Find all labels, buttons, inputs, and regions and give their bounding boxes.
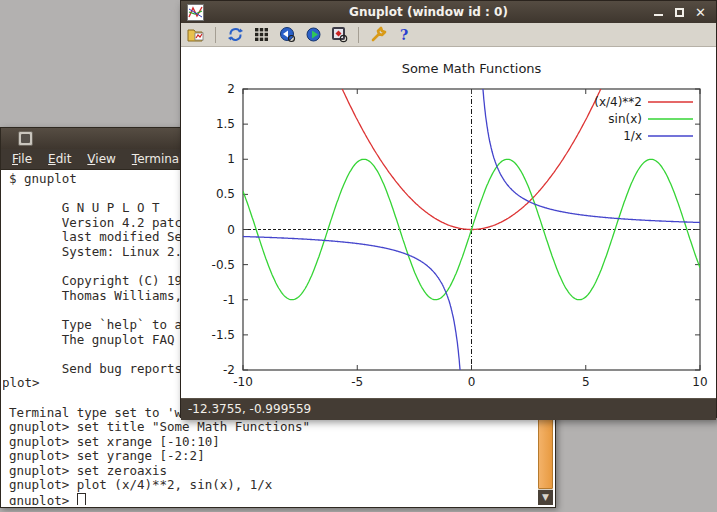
scrollbar-down-arrow-icon[interactable]: ▼ <box>538 490 553 505</box>
svg-text:-10: -10 <box>233 375 253 389</box>
terminal-line: gnuplot> set yrange [-2:2] <box>9 449 538 464</box>
svg-text:0.5: 0.5 <box>216 187 235 201</box>
terminal-line: gnuplot> <box>9 493 538 505</box>
gnuplot-window[interactable]: Gnuplot (window id : 0) ✕ <box>180 0 717 418</box>
gnuplot-titlebar[interactable]: Gnuplot (window id : 0) ✕ <box>181 1 716 23</box>
terminal-line: gnuplot> set xrange [-10:10] <box>9 435 538 450</box>
svg-text:-0.5: -0.5 <box>212 258 235 272</box>
gnuplot-statusbar: -12.3755, -0.999559 <box>181 398 716 420</box>
plot-canvas[interactable]: Some Math Functions-10-50510-2-1.5-1-0.5… <box>181 47 716 398</box>
cursor-coordinates: -12.3755, -0.999559 <box>188 402 311 416</box>
svg-text:-5: -5 <box>351 375 363 389</box>
replot-icon[interactable] <box>225 25 245 44</box>
terminal-line: gnuplot> set title "Some Math Functions" <box>9 420 538 435</box>
svg-text:5: 5 <box>582 375 590 389</box>
svg-text:10: 10 <box>692 375 707 389</box>
menu-item-file[interactable]: File <box>5 150 39 168</box>
gnuplot-app-icon <box>187 4 204 21</box>
svg-text:-2: -2 <box>223 363 235 377</box>
terminal-app-icon <box>18 131 33 146</box>
svg-text:(x/4)**2: (x/4)**2 <box>594 95 642 109</box>
help-icon[interactable]: ? <box>394 25 414 44</box>
configure-icon[interactable] <box>368 25 388 44</box>
zoom-next-icon[interactable] <box>303 25 323 44</box>
menu-item-view[interactable]: View <box>80 150 122 168</box>
minimize-button[interactable] <box>653 7 664 18</box>
gnuplot-toolbar: ? <box>181 23 716 47</box>
close-button[interactable]: ✕ <box>695 7 706 18</box>
terminal-line: gnuplot> set zeroaxis <box>9 464 538 479</box>
svg-text:1/x: 1/x <box>623 129 642 143</box>
terminal-line: gnuplot> plot (x/4)**2, sin(x), 1/x <box>9 478 538 493</box>
svg-text:-1.5: -1.5 <box>212 328 235 342</box>
window-title: Gnuplot (window id : 0) <box>204 5 653 19</box>
svg-text:?: ? <box>400 27 408 43</box>
svg-text:0: 0 <box>227 223 235 237</box>
svg-text:2: 2 <box>227 82 235 96</box>
autoscale-icon[interactable] <box>329 25 349 44</box>
toolbar-separator <box>358 27 359 43</box>
svg-text:Some Math Functions: Some Math Functions <box>402 61 542 76</box>
svg-text:1.5: 1.5 <box>216 117 235 131</box>
svg-text:0: 0 <box>468 375 476 389</box>
desktop-background: FileEditViewTerminalHelp $ gnuplot G N U… <box>0 0 717 512</box>
svg-text:-1: -1 <box>223 293 235 307</box>
copy-to-clipboard-icon[interactable] <box>186 25 206 44</box>
terminal-cursor <box>77 493 86 505</box>
svg-text:1: 1 <box>227 152 235 166</box>
maximize-button[interactable] <box>674 7 685 18</box>
zoom-previous-icon[interactable] <box>277 25 297 44</box>
toggle-grid-icon[interactable] <box>251 25 271 44</box>
menu-item-edit[interactable]: Edit <box>41 150 78 168</box>
toolbar-separator <box>215 27 216 43</box>
math-functions-chart: Some Math Functions-10-50510-2-1.5-1-0.5… <box>181 47 716 398</box>
svg-text:sin(x): sin(x) <box>608 112 642 126</box>
